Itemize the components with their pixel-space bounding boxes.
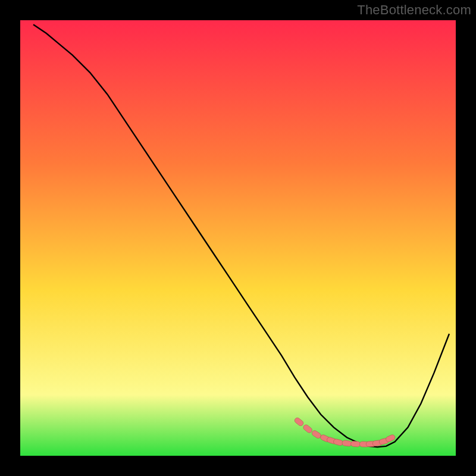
watermark-label: TheBottleneck.com (357, 2, 471, 18)
bottleneck-chart (20, 20, 456, 456)
chart-frame: TheBottleneck.com (0, 0, 476, 476)
highlight-marker (350, 441, 361, 447)
gradient-background (20, 20, 456, 456)
